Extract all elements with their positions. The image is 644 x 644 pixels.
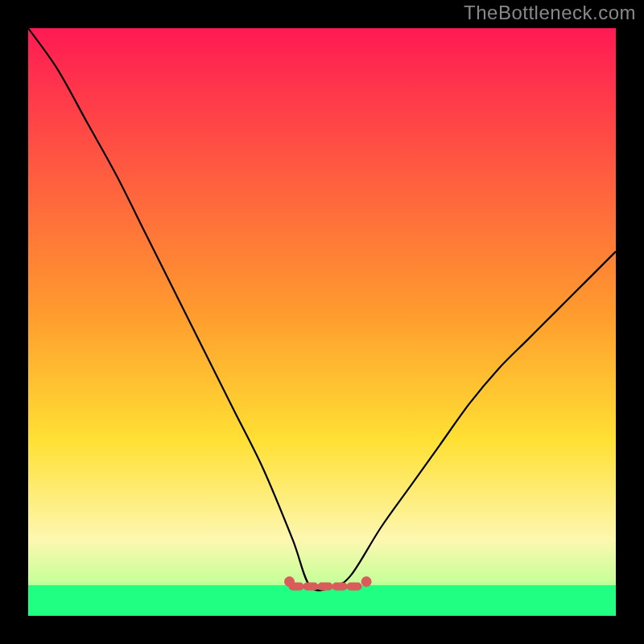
valley-end-dot (361, 576, 372, 587)
valley-end-dot (284, 576, 295, 587)
watermark-text: TheBottleneck.com (464, 2, 636, 24)
plot-area (28, 28, 616, 616)
chart-frame: TheBottleneck.com (0, 0, 644, 644)
valley-marks (28, 28, 616, 616)
